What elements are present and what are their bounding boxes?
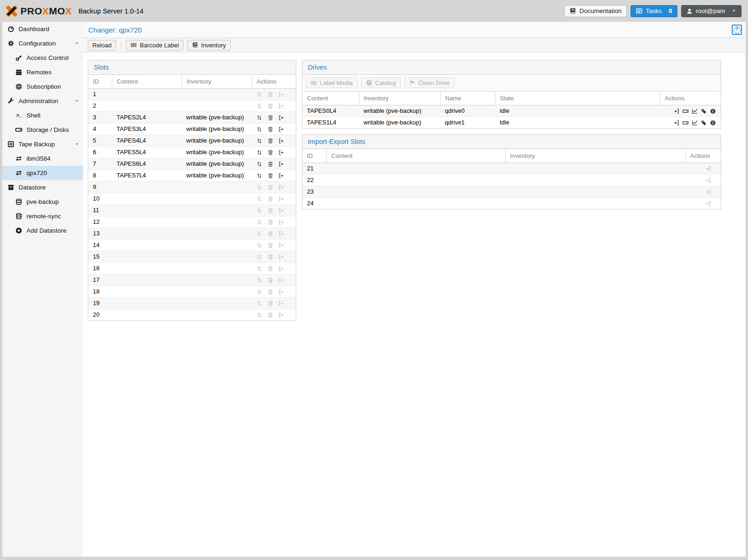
export-icon[interactable] (278, 173, 284, 179)
transfer-icon[interactable] (256, 266, 262, 272)
drives-col-state[interactable]: State (495, 91, 660, 105)
sidebar-item-remote-sync[interactable]: remote-sync (2, 209, 83, 223)
label-media-button[interactable]: Label Media (306, 78, 358, 88)
sidebar-item-remotes[interactable]: Remotes (2, 65, 83, 79)
transfer-icon[interactable] (256, 300, 262, 306)
drive-hdd-icon[interactable] (683, 120, 689, 126)
transfer-icon[interactable] (256, 312, 262, 318)
sidebar-item-pve-backup[interactable]: pve-backup (2, 195, 83, 209)
export-icon[interactable] (278, 138, 284, 144)
chevron-down-icon[interactable] (74, 98, 79, 104)
sidebar-item-storage-disks[interactable]: Storage / Disks (2, 123, 83, 137)
import-icon[interactable] (705, 166, 711, 172)
sidebar-item-ibm3584[interactable]: ibm3584 (2, 151, 83, 166)
export-icon[interactable] (278, 289, 284, 295)
transfer-icon[interactable] (256, 103, 262, 109)
erase-trash-icon[interactable] (267, 242, 273, 248)
export-icon[interactable] (278, 91, 284, 98)
sidebar-item-administration[interactable]: Administration (2, 94, 83, 108)
transfer-icon[interactable] (256, 115, 262, 121)
erase-trash-icon[interactable] (267, 91, 273, 98)
label-tag-icon[interactable] (701, 108, 707, 114)
drives-col-inventory[interactable]: Inventory (359, 91, 440, 105)
sidebar-item-qpx720[interactable]: qpx720 (2, 166, 83, 180)
import-icon[interactable] (705, 189, 711, 195)
export-icon[interactable] (278, 266, 284, 272)
erase-trash-icon[interactable] (267, 277, 273, 283)
erase-trash-icon[interactable] (267, 266, 273, 272)
erase-trash-icon[interactable] (267, 184, 273, 190)
erase-trash-icon[interactable] (267, 138, 273, 144)
drives-col-actions[interactable]: Actions (660, 91, 721, 105)
transfer-icon[interactable] (256, 150, 262, 156)
status-chart-icon[interactable] (692, 120, 698, 126)
transfer-icon[interactable] (256, 91, 262, 98)
transfer-icon[interactable] (256, 277, 262, 283)
export-icon[interactable] (278, 103, 284, 109)
erase-trash-icon[interactable] (267, 103, 273, 109)
slots-col-content[interactable]: Content (112, 75, 182, 88)
export-icon[interactable] (278, 150, 284, 156)
info-icon[interactable] (710, 108, 716, 114)
sidebar-item-subscription[interactable]: Subscription (2, 79, 83, 94)
sidebar-item-datastore[interactable]: Datastore (2, 180, 83, 195)
transfer-icon[interactable] (256, 196, 262, 202)
erase-trash-icon[interactable] (267, 150, 273, 156)
transfer-icon[interactable] (256, 208, 262, 214)
unload-icon[interactable] (674, 120, 680, 126)
status-chart-icon[interactable] (692, 108, 698, 114)
catalog-button[interactable]: Catalog (361, 78, 401, 88)
export-icon[interactable] (278, 196, 284, 202)
sidebar-item-dashboard[interactable]: Dashboard (2, 22, 83, 36)
transfer-icon[interactable] (256, 219, 262, 225)
transfer-icon[interactable] (256, 184, 262, 190)
transfer-icon[interactable] (256, 242, 262, 248)
export-icon[interactable] (278, 126, 284, 132)
transfer-icon[interactable] (256, 138, 262, 144)
slots-col-id[interactable]: ID (88, 75, 112, 88)
transfer-icon[interactable] (256, 289, 262, 295)
erase-trash-icon[interactable] (267, 173, 273, 179)
erase-trash-icon[interactable] (267, 312, 273, 318)
erase-trash-icon[interactable] (267, 196, 273, 202)
sidebar-item-access-control[interactable]: Access Control (2, 51, 83, 65)
export-icon[interactable] (278, 161, 284, 167)
export-icon[interactable] (278, 254, 284, 260)
erase-trash-icon[interactable] (267, 161, 273, 167)
export-icon[interactable] (278, 208, 284, 214)
ie-col-content[interactable]: Content (326, 149, 505, 163)
user-menu-button[interactable]: root@pam (681, 5, 741, 17)
tasks-button[interactable]: Tasks 0 (631, 5, 677, 17)
export-icon[interactable] (278, 242, 284, 248)
help-button[interactable]: ? (732, 25, 742, 35)
erase-trash-icon[interactable] (267, 208, 273, 214)
export-icon[interactable] (278, 277, 284, 283)
unload-icon[interactable] (674, 108, 680, 114)
erase-trash-icon[interactable] (267, 289, 273, 295)
sidebar-item-configuration[interactable]: Configuration (2, 36, 83, 51)
erase-trash-icon[interactable] (267, 126, 273, 132)
export-icon[interactable] (278, 115, 284, 121)
erase-trash-icon[interactable] (267, 254, 273, 260)
erase-trash-icon[interactable] (267, 115, 273, 121)
drives-col-content[interactable]: Content (302, 91, 359, 105)
import-icon[interactable] (705, 201, 711, 207)
info-icon[interactable] (710, 120, 716, 126)
drive-hdd-icon[interactable] (683, 108, 689, 114)
erase-trash-icon[interactable] (267, 219, 273, 225)
barcode-label-button[interactable]: Barcode Label (126, 40, 183, 51)
reload-button[interactable]: Reload (88, 40, 116, 51)
transfer-icon[interactable] (256, 126, 262, 132)
import-icon[interactable] (705, 177, 711, 183)
erase-trash-icon[interactable] (267, 300, 273, 306)
transfer-icon[interactable] (256, 254, 262, 260)
export-icon[interactable] (278, 219, 284, 225)
inventory-button[interactable]: Inventory (187, 40, 230, 51)
ie-col-id[interactable]: ID (302, 149, 326, 163)
chevron-down-icon[interactable] (74, 41, 79, 46)
sidebar-item-add-datastore[interactable]: Add Datastore (2, 223, 83, 238)
clean-drive-button[interactable]: Clean Drive (404, 78, 455, 88)
chevron-down-icon[interactable] (74, 142, 79, 147)
transfer-icon[interactable] (256, 173, 262, 179)
label-tag-icon[interactable] (701, 120, 707, 126)
